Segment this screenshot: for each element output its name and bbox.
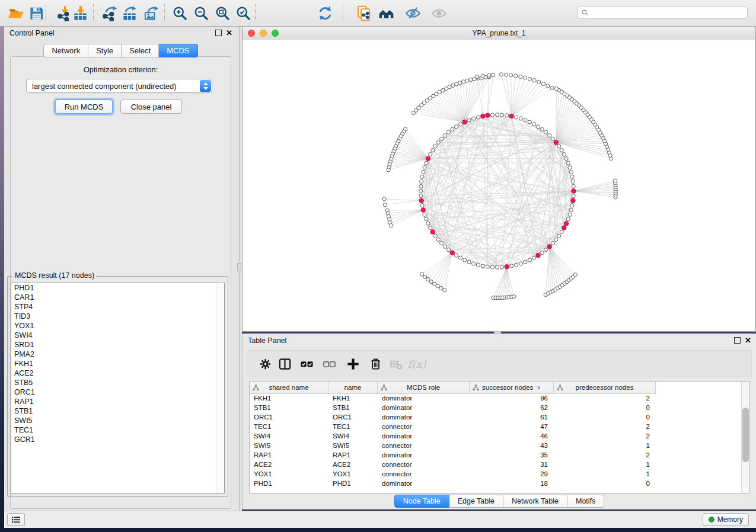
network-leaf-node[interactable] [499,73,503,76]
network-leaf-node[interactable] [462,80,465,84]
maximize-window-icon[interactable] [272,30,279,37]
mcds-result-item[interactable]: ACE2 [11,368,224,378]
network-node[interactable] [569,170,573,174]
mcds-result-item[interactable]: GCR1 [11,435,224,444]
network-node[interactable] [425,217,428,221]
table-row[interactable]: SWI5SWI5connector431 [250,441,742,450]
network-node[interactable] [510,264,513,268]
table-scrollbar-thumb[interactable] [742,408,749,462]
save-session-button[interactable] [26,3,46,23]
table-row[interactable]: SWI4SWI4dominator462 [250,431,742,441]
network-hub-node[interactable] [536,253,541,258]
network-node[interactable] [454,254,458,257]
delete-column-button[interactable] [366,355,384,373]
network-hub-node[interactable] [564,221,569,226]
horizontal-splitter-handle[interactable] [494,331,501,334]
splitter-handle[interactable] [237,263,241,271]
network-hub-node[interactable] [554,140,559,145]
network-leaf-node[interactable] [492,73,495,77]
network-leaf-node[interactable] [439,286,443,290]
network-node[interactable] [519,262,522,265]
network-hub-node[interactable] [462,120,467,124]
network-node[interactable] [419,189,423,193]
export-network-button[interactable] [100,3,120,23]
network-hub-node[interactable] [481,114,486,118]
network-node[interactable] [548,134,551,137]
network-leaf-node[interactable] [433,282,436,286]
network-leaf-node[interactable] [537,80,541,84]
mcds-result-item[interactable]: SWI4 [11,331,224,340]
memory-button[interactable]: Memory [703,513,749,526]
network-node[interactable] [472,117,476,120]
mcds-result-item[interactable]: SWI5 [11,416,224,425]
network-leaf-node[interactable] [509,73,512,77]
network-node[interactable] [426,222,430,225]
add-column-button[interactable] [344,355,362,373]
table-row[interactable]: TEC1TEC1connector472 [250,422,742,431]
network-node[interactable] [446,130,450,134]
network-leaf-node[interactable] [523,76,527,79]
network-leaf-node[interactable] [487,73,491,77]
network-hub-node[interactable] [450,251,455,255]
column-header-MCDS-role[interactable]: MCDS role [378,382,470,393]
network-leaf-node[interactable] [528,77,531,81]
network-node[interactable] [443,134,446,137]
network-node[interactable] [505,114,509,117]
network-hub-node[interactable] [421,208,426,213]
network-leaf-node[interactable] [546,84,550,88]
network-node[interactable] [566,161,570,165]
column-panel-button[interactable] [276,355,294,373]
network-leaf-node[interactable] [429,280,433,283]
network-leaf-node[interactable] [504,73,508,76]
table-settings-button[interactable] [256,355,274,373]
network-leaf-node[interactable] [441,88,445,92]
network-hub-node[interactable] [426,156,430,161]
network-node[interactable] [528,258,531,262]
open-file-button[interactable] [6,3,26,23]
network-leaf-node[interactable] [475,75,479,79]
network-hub-node[interactable] [486,113,490,118]
export-table-button[interactable] [119,3,139,23]
network-leaf-node[interactable] [573,273,577,277]
mcds-result-list[interactable]: PHD1CAR1STP4TID3YOX1SWI4SRD1PMA2FKH1ACE2… [11,283,225,493]
network-hub-node[interactable] [430,230,435,235]
network-node[interactable] [476,116,480,119]
hide-selected-button[interactable] [403,3,423,23]
network-leaf-node[interactable] [412,111,415,115]
network-node[interactable] [433,234,437,238]
minimize-window-icon[interactable] [260,30,267,37]
column-header-name[interactable]: name [328,382,378,393]
export-image-button[interactable] [141,3,161,23]
network-node[interactable] [540,127,544,131]
network-leaf-node[interactable] [541,82,545,85]
network-node[interactable] [419,194,423,197]
tab-mcds[interactable]: MCDS [159,44,197,57]
mcds-result-item[interactable]: YOX1 [11,321,224,331]
float-panel-icon[interactable] [215,30,222,36]
network-node[interactable] [420,180,423,183]
close-window-icon[interactable] [248,30,255,37]
task-history-button[interactable] [7,513,25,526]
close-panel-button[interactable]: Close panel [120,100,182,114]
table-row[interactable]: PHD1PHD1dominator180 [250,479,742,488]
column-header-predecessor-nodes[interactable]: predecessor nodes [554,382,656,393]
network-node[interactable] [569,208,573,211]
network-node[interactable] [524,260,527,264]
mcds-result-item[interactable]: PMA2 [11,350,224,359]
network-hub-node[interactable] [509,114,514,118]
network-leaf-node[interactable] [554,87,558,91]
network-leaf-node[interactable] [481,74,485,78]
network-node[interactable] [458,256,462,259]
run-mcds-button[interactable]: Run MCDS [55,100,113,114]
network-node[interactable] [436,140,440,144]
network-leaf-node[interactable] [514,74,518,78]
network-node[interactable] [519,117,522,120]
refresh-layout-button[interactable] [315,3,335,23]
network-node[interactable] [446,248,450,252]
network-leaf-node[interactable] [613,179,617,182]
network-leaf-node[interactable] [382,197,386,201]
network-node[interactable] [560,148,563,152]
network-node[interactable] [554,238,558,241]
search-input[interactable] [589,7,747,18]
network-leaf-node[interactable] [423,275,427,278]
